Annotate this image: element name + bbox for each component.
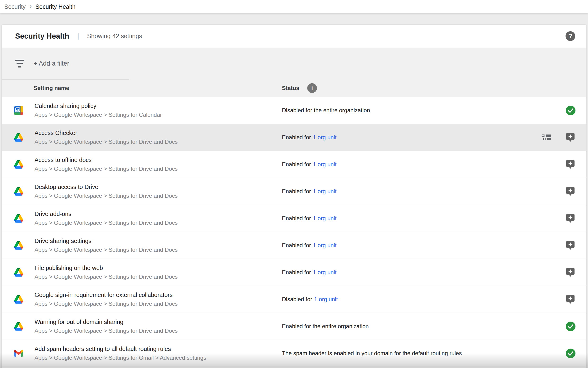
check-circle-badge [566,313,575,340]
status-text: Disabled for the entire organization [282,107,370,114]
column-header-status: Status [282,85,299,92]
google-drive-icon [14,187,23,196]
breadcrumb-security-link[interactable]: Security [4,3,26,10]
table-row[interactable]: Google sign-in requirement for external … [2,286,586,313]
card-header: Security Health | Showing 42 settings ? [2,25,586,48]
setting-path: Apps > Google Workspace > Settings for D… [35,328,178,334]
recommendation-badge[interactable] [566,259,575,285]
status-cell: Enabled for the entire organization [282,313,369,340]
setting-cell: Add spam headers setting to all default … [14,340,206,367]
check-circle-badge [566,97,575,124]
org-unit-link[interactable]: 1 org unit [313,215,337,222]
svg-text:31: 31 [16,108,19,111]
setting-cell: Drive sharing settings Apps > Google Wor… [14,232,178,258]
filter-list-icon[interactable] [15,60,24,67]
table-header: Setting name Status i [2,80,586,97]
status-text: Disabled for [282,296,312,303]
status-cell: Disabled for the entire organization [282,97,370,124]
title-separator: | [77,32,79,40]
table-row[interactable]: Drive add-ons Apps > Google Workspace > … [2,205,586,232]
setting-name: Google sign-in requirement for external … [35,292,178,298]
setting-name: Access Checker [35,129,178,136]
setting-name: Desktop access to Drive [35,184,178,190]
setting-path: Apps > Google Workspace > Settings for D… [35,138,178,145]
setting-path: Apps > Google Workspace > Settings for D… [35,166,178,172]
setting-cell: Desktop access to Drive Apps > Google Wo… [14,178,178,205]
setting-path: Apps > Google Workspace > Settings for D… [35,220,178,226]
setting-name: Calendar sharing policy [35,102,162,110]
status-text: Enabled for [282,188,311,195]
google-drive-icon [14,322,23,331]
gmail-icon [14,349,23,358]
table-row[interactable]: File publishing on the web Apps > Google… [2,259,586,286]
setting-path: Apps > Google Workspace > Settings for D… [35,247,178,253]
status-info-icon[interactable]: i [307,83,317,93]
breadcrumb-chevron-icon: › [29,2,31,10]
table-row[interactable]: Access to offline docs Apps > Google Wor… [2,151,586,178]
setting-path: Apps > Google Workspace > Settings for D… [35,274,178,280]
setting-name: File publishing on the web [35,265,178,271]
table-row[interactable]: Add spam headers setting to all default … [2,340,586,367]
setting-cell: Warning for out of domain sharing Apps >… [14,313,178,340]
table-row[interactable]: Warning for out of domain sharing Apps >… [2,313,586,340]
setting-name: Add spam headers setting to all default … [35,346,206,352]
check-circle-badge [566,340,575,367]
recommendation-badge[interactable] [566,205,575,232]
org-unit-link[interactable]: 1 org unit [313,188,337,195]
breadcrumb-current-page: Security Health [35,3,76,10]
setting-cell: 31 Calendar sharing policy Apps > Google… [14,97,162,124]
recommendation-badge[interactable] [566,286,575,313]
recommendation-badge[interactable] [566,124,575,151]
recommendation-badge[interactable] [566,178,575,205]
setting-cell: File publishing on the web Apps > Google… [14,259,178,285]
status-cell: Enabled for 1 org unit [282,259,337,285]
table-row[interactable]: 31 Calendar sharing policy Apps > Google… [2,97,586,124]
status-text: Enabled for [282,215,311,222]
page-title: Security Health [15,32,69,40]
org-unit-link[interactable]: 1 org unit [314,296,338,303]
status-cell: The spam header is enabled in your domai… [282,340,462,367]
table-row[interactable]: Drive sharing settings Apps > Google Wor… [2,232,586,259]
column-header-setting-name: Setting name [34,85,69,92]
help-icon[interactable]: ? [566,31,575,41]
setting-name: Access to offline docs [35,156,178,163]
google-drive-icon [14,241,23,250]
table-row[interactable]: Desktop access to Drive Apps > Google Wo… [2,178,586,205]
add-filter-button[interactable]: + Add a filter [34,60,69,67]
recommendation-badge[interactable] [566,151,575,178]
setting-name: Drive add-ons [35,211,178,217]
status-cell: Disabled for 1 org unit [282,286,338,313]
google-drive-icon [14,268,23,277]
org-unit-link[interactable]: 1 org unit [313,134,337,141]
settings-list: 31 Calendar sharing policy Apps > Google… [2,97,586,367]
settings-count-label: Showing 42 settings [87,32,142,40]
google-drive-icon [14,160,23,169]
setting-path: Apps > Google Workspace > Settings for D… [35,301,178,307]
status-text: Enabled for [282,161,311,168]
recommendation-badge[interactable] [566,232,575,258]
security-health-card: Security Health | Showing 42 settings ? … [2,25,586,368]
google-drive-icon [14,133,23,142]
setting-cell: Access to offline docs Apps > Google Wor… [14,151,178,178]
setting-path: Apps > Google Workspace > Settings for D… [35,193,178,199]
status-cell: Enabled for 1 org unit [282,151,337,178]
breadcrumb: Security › Security Health [0,0,588,13]
org-unit-link[interactable]: 1 org unit [313,242,337,249]
table-row[interactable]: Access Checker Apps > Google Workspace >… [2,124,586,151]
google-calendar-icon: 31 [14,106,23,115]
status-text: The spam header is enabled in your domai… [282,350,462,357]
status-cell: Enabled for 1 org unit [282,232,337,258]
status-cell: Enabled for 1 org unit [282,205,337,232]
status-cell: Enabled for 1 org unit [282,178,337,205]
google-drive-icon [14,214,23,223]
setting-cell: Drive add-ons Apps > Google Workspace > … [14,205,178,232]
setting-cell: Google sign-in requirement for external … [14,286,178,313]
status-text: Enabled for [282,242,311,249]
filter-section: + Add a filter Setting name Status i [2,48,586,97]
org-unit-link[interactable]: 1 org unit [313,161,337,168]
setting-name: Drive sharing settings [35,238,178,244]
org-unit-link[interactable]: 1 org unit [313,269,337,276]
filter-row: + Add a filter [2,48,586,79]
org-unit-override-list-icon [542,135,551,140]
override-cell [542,124,551,151]
